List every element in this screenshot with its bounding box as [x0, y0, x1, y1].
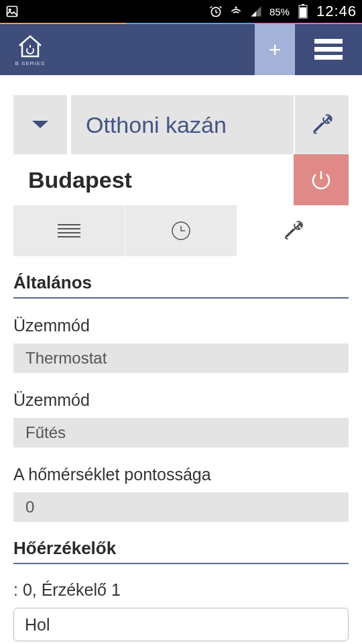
svg-rect-4 — [302, 4, 304, 5]
battery-icon — [296, 5, 310, 18]
image-notification-icon — [5, 5, 19, 18]
app-logo[interactable]: B SERIES — [0, 34, 60, 66]
svg-rect-8 — [314, 55, 343, 60]
battery-percent: 85% — [269, 6, 290, 17]
sensor-input[interactable]: Hol — [13, 608, 349, 641]
menu-button[interactable] — [295, 24, 362, 75]
android-status-bar: 85% 12:46 — [0, 0, 362, 24]
device-selector-row: Otthoni kazán — [13, 95, 349, 154]
tab-list[interactable] — [13, 205, 125, 256]
clock: 12:46 — [316, 3, 357, 20]
mode1-value[interactable]: Thermostat — [13, 343, 349, 373]
sensor-line: : 0, Érzékelő 1 — [13, 580, 349, 600]
app-logo-subtitle: B SERIES — [15, 60, 46, 66]
wifi-icon — [229, 5, 243, 18]
power-button[interactable] — [294, 154, 349, 205]
tab-schedule[interactable] — [125, 205, 237, 256]
clock-icon — [171, 221, 191, 241]
location-row: Budapest — [13, 154, 349, 205]
tools-icon — [310, 113, 334, 137]
svg-rect-0 — [7, 7, 17, 17]
svg-rect-7 — [314, 47, 343, 52]
section-title-general: Általános — [13, 272, 349, 299]
mode2-label: Üzemmód — [13, 390, 349, 410]
device-dropdown-toggle[interactable] — [13, 95, 67, 154]
tab-settings[interactable] — [237, 205, 349, 256]
mode1-label: Üzemmód — [13, 316, 349, 335]
svg-rect-5 — [300, 7, 306, 17]
app-header: B SERIES + — [0, 24, 362, 75]
location-name: Budapest — [13, 154, 294, 205]
mode2-value[interactable]: Fűtés — [13, 418, 349, 447]
tools-icon — [282, 219, 304, 242]
tab-bar — [13, 205, 349, 256]
section-sensors: Hőérzékelők : 0, Érzékelő 1 Hol — [13, 538, 349, 641]
plus-icon: + — [269, 38, 282, 62]
section-title-sensors: Hőérzékelők — [13, 538, 349, 564]
chevron-down-icon — [31, 119, 50, 130]
svg-point-1 — [9, 9, 11, 11]
list-icon — [58, 223, 80, 238]
device-name[interactable]: Otthoni kazán — [71, 95, 294, 154]
alarm-icon — [209, 5, 223, 18]
signal-icon — [249, 5, 263, 18]
section-general: Általános Üzemmód Thermostat Üzemmód Fűt… — [13, 272, 349, 522]
precision-label: A hőmérséklet pontossága — [13, 465, 349, 484]
hamburger-icon — [314, 39, 343, 60]
svg-rect-6 — [314, 39, 343, 44]
device-settings-button[interactable] — [295, 95, 349, 154]
add-button[interactable]: + — [255, 24, 295, 75]
power-icon — [308, 167, 334, 193]
precision-value[interactable]: 0 — [13, 492, 349, 522]
